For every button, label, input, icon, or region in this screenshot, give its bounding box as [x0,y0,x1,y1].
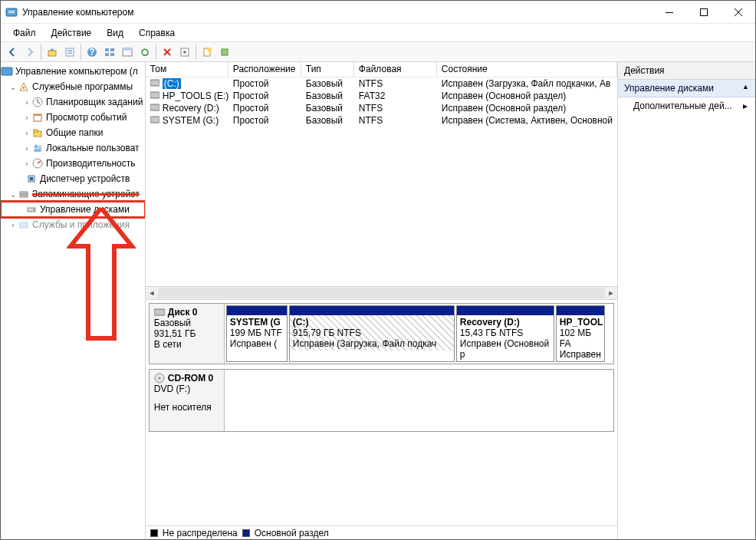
view-options-button[interactable] [101,44,118,61]
toolbar: ? [1,42,755,62]
collapse-icon[interactable]: ⌄ [8,83,18,91]
tree-events[interactable]: ›Просмотр событий [1,110,145,125]
properties-button[interactable] [61,44,78,61]
volume-row[interactable]: (C:)ПростойБазовыйNTFSИсправен (Загрузка… [146,77,617,90]
svg-rect-43 [20,195,28,197]
actions-header: Действия [618,62,755,80]
menubar: Файл Действие Вид Справка [1,24,755,42]
menu-action[interactable]: Действие [44,26,100,40]
col-tom[interactable]: Том [146,62,228,77]
collapse-icon: ▲ [742,83,749,94]
svg-rect-1 [8,11,15,12]
tree-devmgr[interactable]: Диспетчер устройств [1,171,145,186]
actions-group-diskmgmt[interactable]: Управление дисками ▲ [618,80,755,97]
svg-point-45 [33,209,35,211]
svg-point-36 [35,145,38,149]
svg-rect-7 [48,51,56,56]
actions-more[interactable]: Дополнительные дей... ▸ [618,97,755,114]
partition[interactable]: (C:)915,79 ГБ NTFSИсправен (Загрузка, Фа… [289,305,455,362]
svg-point-37 [38,146,42,150]
svg-rect-19 [123,48,132,51]
svg-rect-10 [67,51,72,52]
svg-rect-2 [8,12,15,13]
expand-icon[interactable]: › [22,129,31,137]
svg-rect-41 [30,177,33,180]
svg-rect-46 [20,222,28,228]
menu-file[interactable]: Файл [5,26,44,40]
tree-perf[interactable]: ›Производительность [1,156,145,171]
svg-rect-51 [154,309,165,315]
cdrom-info: CD-ROM 0 DVD (F:) Нет носителя [150,370,225,431]
tree-root[interactable]: Управление компьютером (л [1,64,145,79]
col-sost[interactable]: Состояние [437,62,617,77]
svg-rect-26 [222,49,228,55]
partition[interactable]: HP_TOOL102 МБ FAИсправен [556,305,605,362]
action-button[interactable] [216,44,233,61]
legend-unalloc-swatch [150,529,158,537]
tree-services[interactable]: ›Службы и приложения [1,217,145,232]
svg-rect-27 [2,68,12,75]
cdrom-row[interactable]: CD-ROM 0 DVD (F:) Нет носителя [149,369,614,432]
tree-util[interactable]: ⌄ Служебные программы [1,79,145,94]
legend-primary-swatch [242,529,250,537]
expand-icon[interactable]: › [8,221,18,229]
main-pane: Том Расположение Тип Файловая система Со… [146,62,618,539]
svg-rect-16 [105,53,109,56]
partition[interactable]: SYSTEM (G199 МБ NTFИсправен ( [226,305,288,362]
tree-users[interactable]: ›Локальные пользоват [1,140,145,156]
svg-rect-17 [110,53,114,56]
svg-point-53 [158,377,160,380]
col-tip[interactable]: Тип [301,62,354,77]
close-button[interactable] [721,1,755,23]
cdrom-icon [154,373,165,384]
h-scrollbar[interactable]: ◄ ► [146,286,617,300]
disk-graphical-view: Диск 0 Базовый 931,51 ГБ В сети SYSTEM (… [146,300,617,525]
minimize-button[interactable] [652,1,686,23]
svg-text:?: ? [89,47,94,58]
expand-icon[interactable]: › [22,144,31,153]
delete-button[interactable] [159,44,176,61]
tree-shared[interactable]: ›Общие папки [1,125,145,140]
scroll-left-icon[interactable]: ◄ [146,289,158,297]
svg-point-23 [183,51,186,54]
svg-rect-38 [34,149,41,152]
forward-button[interactable] [21,44,38,61]
volume-row[interactable]: HP_TOOLS (E:)ПростойБазовыйFAT32Исправен… [146,90,617,102]
disk0-info: Диск 0 Базовый 931,51 ГБ В сети [150,304,225,364]
expand-icon[interactable]: › [22,114,31,122]
chevron-right-icon: ▸ [743,100,748,111]
col-fs[interactable]: Файловая система [354,62,437,77]
expand-icon[interactable]: › [22,160,31,168]
new-button[interactable] [199,44,215,61]
volume-row[interactable]: SYSTEM (G:)ПростойБазовыйNTFSИсправен (С… [146,114,617,127]
window-title: Управление компьютером [22,7,652,18]
back-button[interactable] [4,44,21,61]
svg-rect-33 [34,114,41,116]
settings-button[interactable] [176,44,193,61]
volume-row[interactable]: Recovery (D:)ПростойБазовыйNTFSИсправен … [146,102,617,114]
legend: Не распределена Основной раздел [146,525,617,539]
menu-help[interactable]: Справка [131,26,182,40]
list-button[interactable] [119,44,136,61]
tree-storage[interactable]: ⌄Запоминающие устройст [1,186,145,202]
tree-scheduler[interactable]: ›Планировщик заданий [1,94,145,110]
refresh-button[interactable] [136,44,153,61]
collapse-icon[interactable]: ⌄ [8,190,18,199]
svg-rect-48 [150,92,159,98]
col-rasp[interactable]: Расположение [228,62,301,77]
tree-diskmgmt[interactable]: Управление дисками [1,202,145,217]
maximize-button[interactable] [686,1,721,23]
svg-rect-9 [67,50,72,51]
svg-rect-11 [67,53,72,54]
up-button[interactable] [44,44,61,61]
disk-icon [154,308,165,316]
partition[interactable]: Recovery (D:)15,43 ГБ NTFSИсправен (Осно… [456,305,554,362]
scroll-right-icon[interactable]: ► [605,289,617,297]
actions-pane: Действия Управление дисками ▲ Дополнител… [618,62,755,539]
disk0-row[interactable]: Диск 0 Базовый 931,51 ГБ В сети SYSTEM (… [149,303,614,364]
svg-point-25 [207,48,212,52]
tree-pane: Управление компьютером (л ⌄ Служебные пр… [1,62,146,539]
menu-view[interactable]: Вид [99,26,131,40]
expand-icon[interactable]: › [22,98,31,107]
help-button[interactable]: ? [84,44,100,61]
